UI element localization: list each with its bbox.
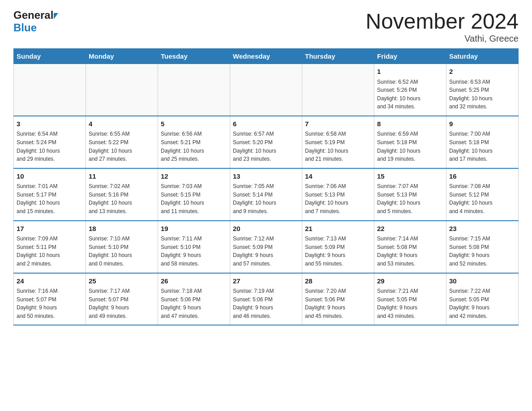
day-number: 7 xyxy=(305,119,371,129)
calendar-cell: 27Sunrise: 7:19 AM Sunset: 5:06 PM Dayli… xyxy=(230,273,302,325)
day-number: 24 xyxy=(17,276,83,287)
day-number: 15 xyxy=(377,171,443,182)
calendar-cell: 18Sunrise: 7:10 AM Sunset: 5:10 PM Dayli… xyxy=(86,221,158,273)
calendar-cell: 26Sunrise: 7:18 AM Sunset: 5:06 PM Dayli… xyxy=(158,273,230,325)
calendar-cell: 20Sunrise: 7:12 AM Sunset: 5:09 PM Dayli… xyxy=(230,221,302,273)
logo-blue-text: Blue xyxy=(13,21,37,34)
day-info: Sunrise: 7:01 AM Sunset: 5:17 PM Dayligh… xyxy=(17,182,83,215)
day-info: Sunrise: 6:54 AM Sunset: 5:24 PM Dayligh… xyxy=(17,130,83,163)
week-row-2: 10Sunrise: 7:01 AM Sunset: 5:17 PM Dayli… xyxy=(14,168,519,221)
calendar-cell: 15Sunrise: 7:07 AM Sunset: 5:13 PM Dayli… xyxy=(374,168,446,221)
day-info: Sunrise: 7:10 AM Sunset: 5:10 PM Dayligh… xyxy=(89,235,155,268)
calendar-cell: 28Sunrise: 7:20 AM Sunset: 5:06 PM Dayli… xyxy=(302,273,374,325)
calendar-cell: 7Sunrise: 6:58 AM Sunset: 5:19 PM Daylig… xyxy=(302,116,374,168)
calendar-cell: 4Sunrise: 6:55 AM Sunset: 5:22 PM Daylig… xyxy=(86,116,158,168)
day-number: 21 xyxy=(305,224,371,234)
day-number: 30 xyxy=(449,276,515,287)
day-number: 9 xyxy=(449,119,515,129)
day-number: 22 xyxy=(377,224,443,234)
day-info: Sunrise: 6:53 AM Sunset: 5:25 PM Dayligh… xyxy=(449,78,515,111)
calendar-cell: 6Sunrise: 6:57 AM Sunset: 5:20 PM Daylig… xyxy=(230,116,302,168)
calendar-cell xyxy=(158,64,230,116)
logo-general-text: General xyxy=(13,9,58,21)
calendar-cell: 16Sunrise: 7:08 AM Sunset: 5:12 PM Dayli… xyxy=(446,168,519,221)
calendar-cell: 12Sunrise: 7:03 AM Sunset: 5:15 PM Dayli… xyxy=(158,168,230,221)
day-info: Sunrise: 6:55 AM Sunset: 5:22 PM Dayligh… xyxy=(89,130,155,163)
day-number: 11 xyxy=(89,171,155,182)
calendar-cell: 30Sunrise: 7:22 AM Sunset: 5:05 PM Dayli… xyxy=(446,273,519,325)
calendar-cell xyxy=(86,64,158,116)
day-number: 27 xyxy=(233,276,299,287)
day-number: 17 xyxy=(17,224,83,234)
day-info: Sunrise: 7:03 AM Sunset: 5:15 PM Dayligh… xyxy=(161,182,227,215)
day-number: 25 xyxy=(89,276,155,287)
day-number: 29 xyxy=(377,276,443,287)
day-info: Sunrise: 7:05 AM Sunset: 5:14 PM Dayligh… xyxy=(233,182,299,215)
calendar-cell: 10Sunrise: 7:01 AM Sunset: 5:17 PM Dayli… xyxy=(14,168,86,221)
day-info: Sunrise: 6:59 AM Sunset: 5:18 PM Dayligh… xyxy=(377,130,443,163)
calendar-cell: 14Sunrise: 7:06 AM Sunset: 5:13 PM Dayli… xyxy=(302,168,374,221)
day-info: Sunrise: 7:17 AM Sunset: 5:07 PM Dayligh… xyxy=(89,287,155,320)
day-info: Sunrise: 7:20 AM Sunset: 5:06 PM Dayligh… xyxy=(305,287,371,320)
week-row-0: 1Sunrise: 6:52 AM Sunset: 5:26 PM Daylig… xyxy=(14,64,519,116)
day-number: 3 xyxy=(17,119,83,129)
location: Vathi, Greece xyxy=(365,34,519,44)
calendar-cell: 9Sunrise: 7:00 AM Sunset: 5:18 PM Daylig… xyxy=(446,116,519,168)
day-number: 2 xyxy=(449,67,515,77)
day-number: 14 xyxy=(305,171,371,182)
calendar-cell: 29Sunrise: 7:21 AM Sunset: 5:05 PM Dayli… xyxy=(374,273,446,325)
weekday-header-tuesday: Tuesday xyxy=(158,49,230,64)
day-number: 8 xyxy=(377,119,443,129)
day-number: 10 xyxy=(17,171,83,182)
weekday-header-monday: Monday xyxy=(86,49,158,64)
day-info: Sunrise: 7:09 AM Sunset: 5:11 PM Dayligh… xyxy=(17,235,83,268)
day-number: 12 xyxy=(161,171,227,182)
day-info: Sunrise: 7:16 AM Sunset: 5:07 PM Dayligh… xyxy=(17,287,83,320)
calendar-cell: 19Sunrise: 7:11 AM Sunset: 5:10 PM Dayli… xyxy=(158,221,230,273)
calendar-cell: 11Sunrise: 7:02 AM Sunset: 5:16 PM Dayli… xyxy=(86,168,158,221)
day-number: 4 xyxy=(89,119,155,129)
day-info: Sunrise: 7:08 AM Sunset: 5:12 PM Dayligh… xyxy=(449,182,515,215)
title-block: November 2024 Vathi, Greece xyxy=(365,9,519,44)
day-number: 28 xyxy=(305,276,371,287)
day-info: Sunrise: 7:02 AM Sunset: 5:16 PM Dayligh… xyxy=(89,182,155,215)
month-title: November 2024 xyxy=(365,9,519,34)
day-info: Sunrise: 7:18 AM Sunset: 5:06 PM Dayligh… xyxy=(161,287,227,320)
week-row-4: 24Sunrise: 7:16 AM Sunset: 5:07 PM Dayli… xyxy=(14,273,519,325)
day-number: 23 xyxy=(449,224,515,234)
day-number: 5 xyxy=(161,119,227,129)
day-info: Sunrise: 7:12 AM Sunset: 5:09 PM Dayligh… xyxy=(233,235,299,268)
day-info: Sunrise: 7:00 AM Sunset: 5:18 PM Dayligh… xyxy=(449,130,515,163)
weekday-header-thursday: Thursday xyxy=(302,49,374,64)
day-number: 18 xyxy=(89,224,155,234)
calendar-cell: 17Sunrise: 7:09 AM Sunset: 5:11 PM Dayli… xyxy=(14,221,86,273)
day-number: 26 xyxy=(161,276,227,287)
weekday-header-sunday: Sunday xyxy=(14,49,86,64)
weekday-header-row: SundayMondayTuesdayWednesdayThursdayFrid… xyxy=(14,49,519,64)
day-info: Sunrise: 7:19 AM Sunset: 5:06 PM Dayligh… xyxy=(233,287,299,320)
weekday-header-saturday: Saturday xyxy=(446,49,519,64)
day-number: 1 xyxy=(377,67,443,77)
calendar-cell: 1Sunrise: 6:52 AM Sunset: 5:26 PM Daylig… xyxy=(374,64,446,116)
weekday-header-friday: Friday xyxy=(374,49,446,64)
day-info: Sunrise: 6:57 AM Sunset: 5:20 PM Dayligh… xyxy=(233,130,299,163)
day-number: 6 xyxy=(233,119,299,129)
day-number: 16 xyxy=(449,171,515,182)
day-info: Sunrise: 7:11 AM Sunset: 5:10 PM Dayligh… xyxy=(161,235,227,268)
day-info: Sunrise: 7:15 AM Sunset: 5:08 PM Dayligh… xyxy=(449,235,515,268)
calendar-cell: 24Sunrise: 7:16 AM Sunset: 5:07 PM Dayli… xyxy=(14,273,86,325)
calendar-cell xyxy=(302,64,374,116)
week-row-1: 3Sunrise: 6:54 AM Sunset: 5:24 PM Daylig… xyxy=(14,116,519,168)
day-info: Sunrise: 6:52 AM Sunset: 5:26 PM Dayligh… xyxy=(377,78,443,111)
day-info: Sunrise: 7:06 AM Sunset: 5:13 PM Dayligh… xyxy=(305,182,371,215)
calendar-table: SundayMondayTuesdayWednesdayThursdayFrid… xyxy=(13,48,519,325)
calendar-cell: 23Sunrise: 7:15 AM Sunset: 5:08 PM Dayli… xyxy=(446,221,519,273)
day-info: Sunrise: 7:13 AM Sunset: 5:09 PM Dayligh… xyxy=(305,235,371,268)
week-row-3: 17Sunrise: 7:09 AM Sunset: 5:11 PM Dayli… xyxy=(14,221,519,273)
day-number: 20 xyxy=(233,224,299,234)
calendar-cell: 3Sunrise: 6:54 AM Sunset: 5:24 PM Daylig… xyxy=(14,116,86,168)
day-info: Sunrise: 6:56 AM Sunset: 5:21 PM Dayligh… xyxy=(161,130,227,163)
day-number: 19 xyxy=(161,224,227,234)
weekday-header-wednesday: Wednesday xyxy=(230,49,302,64)
day-info: Sunrise: 6:58 AM Sunset: 5:19 PM Dayligh… xyxy=(305,130,371,163)
